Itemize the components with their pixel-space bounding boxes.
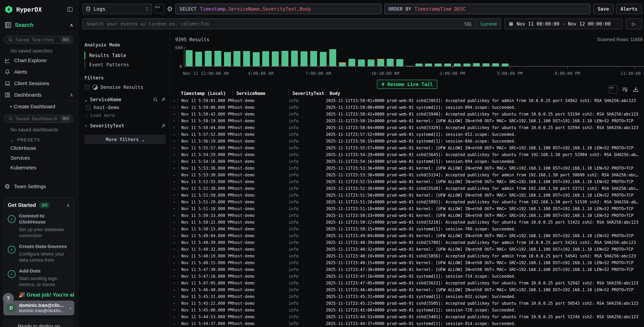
log-row[interactable]: ›Nov 11 5:46:48.000 PMhost-demoinfo2025-… xyxy=(170,286,644,293)
log-row[interactable]: ›Nov 11 5:48:19.000 PMhost-demoinfo2025-… xyxy=(170,253,644,260)
deploy-banner[interactable]: Ready to deploy on xyxy=(4,319,74,327)
log-row[interactable]: ›Nov 11 5:58:04.000 PMhost-demoinfo2025-… xyxy=(170,124,644,131)
denoise-results-option[interactable]: Denoise Results xyxy=(84,84,166,90)
log-row[interactable]: ›Nov 11 5:44:37.000 PMhost-demoinfo2025-… xyxy=(170,320,644,327)
column-resize-handle[interactable] xyxy=(326,91,326,96)
log-row[interactable]: ›Nov 11 5:47:30.000 PMhost-demoinfo2025-… xyxy=(170,266,644,273)
chart-bar[interactable] xyxy=(416,64,422,66)
lucene-toggle[interactable]: Lucene xyxy=(480,21,497,26)
chart-bar[interactable] xyxy=(310,51,317,66)
column-resize-handle[interactable] xyxy=(289,91,290,96)
chart-bar[interactable] xyxy=(224,52,231,66)
filter-option-host-demo[interactable]: host-demo xyxy=(86,105,166,110)
saved-searches-input[interactable] xyxy=(16,37,58,42)
download-icon[interactable] xyxy=(632,86,639,92)
query-language-toggle[interactable]: SQL | Lucene xyxy=(464,21,497,26)
chart-bar[interactable] xyxy=(291,51,298,66)
sql-toggle[interactable]: SQL xyxy=(464,21,472,26)
chart-bar[interactable] xyxy=(186,50,192,66)
log-row[interactable]: ›Nov 11 5:58:42.000 PMhost-demoinfo2025-… xyxy=(170,111,644,118)
more-filters-button[interactable]: More filters ⌄ xyxy=(84,134,166,144)
log-row[interactable]: ›Nov 11 5:52:55.000 PMhost-demoinfo2025-… xyxy=(170,178,644,185)
help-button[interactable]: ? xyxy=(3,293,14,304)
column-header-servicename[interactable]: ServiceName xyxy=(233,91,289,96)
filter-group-servicename[interactable]: ⌄ ServiceName xyxy=(84,97,166,102)
log-row[interactable]: ›Nov 11 5:54:16.000 PMhost-demoinfo2025-… xyxy=(170,158,644,165)
sidebar-item-client-sessions[interactable]: Client Sessions xyxy=(0,78,78,89)
chart-bar[interactable] xyxy=(492,63,499,66)
run-query-button[interactable]: ▷ xyxy=(626,18,642,29)
chart-bar[interactable] xyxy=(482,63,490,66)
log-row[interactable]: ›Nov 11 5:53:30.000 PMhost-demoinfo2025-… xyxy=(170,172,644,178)
mode-event-patterns[interactable]: Event Patterns xyxy=(84,60,166,70)
chart-bar[interactable] xyxy=(320,52,327,66)
column-header-timestamp[interactable]: Timestamp (Local) xyxy=(178,91,233,96)
event-search-input[interactable] xyxy=(86,21,462,27)
log-row[interactable]: ›Nov 11 5:51:58.000 PMhost-demoinfo2025-… xyxy=(170,192,644,199)
filter-group-severitytext[interactable]: › SeverityText xyxy=(84,123,166,128)
chart-bar[interactable] xyxy=(425,64,432,66)
pin-icon[interactable] xyxy=(161,97,166,102)
log-row[interactable]: ›Nov 11 5:55:57.000 PMhost-demoinfo2025-… xyxy=(170,144,644,151)
select-clause-input[interactable]: SELECT Timestamp ,ServiceName,SeverityTe… xyxy=(175,4,382,14)
log-row[interactable]: ›Nov 11 5:51:18.000 PMhost-demoinfo2025-… xyxy=(170,206,644,212)
chart-bar[interactable] xyxy=(205,51,212,66)
chart-bar[interactable] xyxy=(473,63,480,66)
chart-bar[interactable] xyxy=(243,51,250,66)
log-row[interactable]: ›Nov 11 5:47:05.000 PMhost-demoinfo2025-… xyxy=(170,280,644,286)
log-row[interactable]: ›Nov 11 5:59:00.000 PMhost-demoinfo2025-… xyxy=(170,104,644,111)
chevron-up-icon[interactable]: ∧ xyxy=(70,92,73,98)
get-started-header[interactable]: Get Started 3/3 ∧ xyxy=(4,198,74,210)
chart-bar[interactable] xyxy=(282,51,288,66)
saved-dashboards-searchbox[interactable]: ⌘K xyxy=(4,115,74,123)
date-range-picker[interactable]: Nov 11 00:00:00 - Nov 12 00:00:00 xyxy=(504,18,622,29)
chart-bar[interactable] xyxy=(444,64,451,66)
log-row[interactable]: ›Nov 11 5:50:15.000 PMhost-demoinfo2025-… xyxy=(170,226,644,232)
chart-bar[interactable] xyxy=(348,59,356,66)
chevron-up-icon[interactable]: ∧ xyxy=(66,202,70,208)
sidebar-collapse-button[interactable] xyxy=(66,6,73,13)
chart-bar[interactable] xyxy=(396,59,403,66)
orderby-clause-input[interactable]: ORDER BY TimestampTime DESC xyxy=(384,4,590,14)
save-button[interactable]: Save xyxy=(593,4,613,14)
log-row[interactable]: ›Nov 11 5:59:01.000 PMhost-demoinfo2025-… xyxy=(170,97,644,104)
chart-bar[interactable] xyxy=(464,64,470,66)
chart-bar[interactable] xyxy=(368,60,374,66)
chart-bar[interactable] xyxy=(253,52,260,66)
presets-header[interactable]: ⌄ PRESETS xyxy=(0,134,78,143)
log-row[interactable]: ›Nov 11 5:45:08.000 PMhost-demoinfo2025-… xyxy=(170,307,644,314)
search-section-header[interactable]: Search ∧ xyxy=(0,16,78,32)
chevron-right-icon[interactable]: › xyxy=(84,123,87,128)
log-row[interactable]: ›Nov 11 5:50:22.000 PMhost-demoinfo2025-… xyxy=(170,219,644,226)
log-row[interactable]: ›Nov 11 5:56:19.000 PMhost-demoinfo2025-… xyxy=(170,138,644,144)
create-dashboard-link[interactable]: + Create Dashboard xyxy=(0,101,78,111)
sidebar-item-team-settings[interactable]: ⚙ Team Settings xyxy=(0,180,78,193)
preset-kubernetes[interactable]: Kubernetes xyxy=(0,163,78,172)
sidebar-item-alerts[interactable]: Alerts xyxy=(0,66,78,78)
chart-bar[interactable] xyxy=(502,64,509,66)
column-header-body[interactable]: Body xyxy=(326,91,644,96)
table-code-button[interactable]: <> xyxy=(609,85,617,94)
log-row[interactable]: ›Nov 11 5:54:29.000 PMhost-demoinfo2025-… xyxy=(170,151,644,158)
denoise-checkbox[interactable] xyxy=(84,85,90,90)
chart-bar[interactable] xyxy=(272,51,279,66)
log-row[interactable]: ›Nov 11 5:48:32.000 PMhost-demoinfo2025-… xyxy=(170,246,644,253)
preset-clickhouse[interactable]: ClickHouse xyxy=(0,143,78,153)
event-search-box[interactable]: SQL | Lucene xyxy=(82,18,501,29)
log-row[interactable]: ›Nov 11 5:53:36.000 PMhost-demoinfo2025-… xyxy=(170,165,644,172)
column-header-severitytext[interactable]: SeverityText xyxy=(289,91,326,96)
log-row[interactable]: ›Nov 11 5:48:39.000 PMhost-demoinfo2025-… xyxy=(170,239,644,246)
resume-live-tail-button[interactable]: Resume Live Tail xyxy=(377,80,438,89)
chevron-down-icon[interactable]: ⌄ xyxy=(84,97,87,102)
pin-icon[interactable] xyxy=(161,123,166,128)
chart-bar[interactable] xyxy=(406,66,413,66)
log-row[interactable]: ›Nov 11 5:51:28.000 PMhost-demoinfo2025-… xyxy=(170,199,644,206)
chart-bar[interactable] xyxy=(262,51,269,66)
column-resize-handle[interactable] xyxy=(233,91,233,96)
log-row[interactable]: ›Nov 11 5:45:31.000 PMhost-demoinfo2025-… xyxy=(170,293,644,300)
log-row[interactable]: ›Nov 11 5:50:33.000 PMhost-demoinfo2025-… xyxy=(170,212,644,219)
chart-bar[interactable] xyxy=(387,59,394,66)
log-row[interactable]: ›Nov 11 5:45:22.000 PMhost-demoinfo2025-… xyxy=(170,300,644,307)
chart-bar[interactable] xyxy=(435,64,442,66)
saved-searches-searchbox[interactable]: ⌘K xyxy=(4,36,74,44)
